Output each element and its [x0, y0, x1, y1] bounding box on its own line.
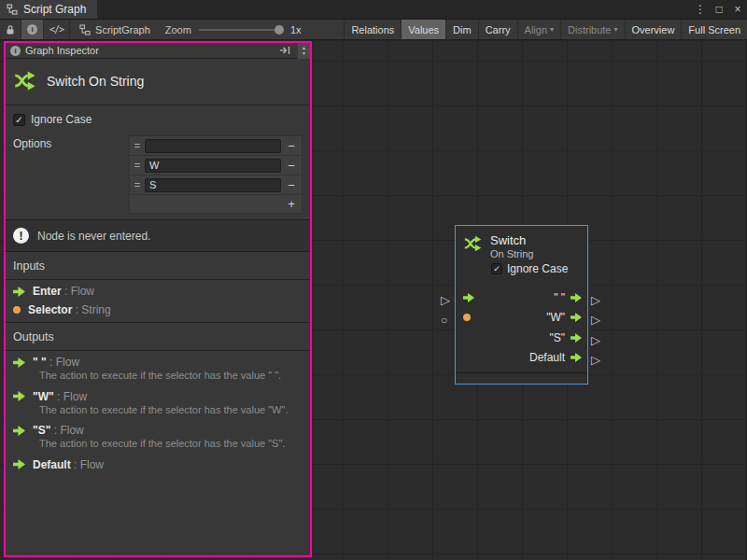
- distribute-label: Distribute: [568, 24, 611, 35]
- port-type: : Flow: [47, 356, 79, 369]
- panel-scroll-buttons[interactable]: ▲ ▼: [298, 43, 310, 59]
- dim-button[interactable]: Dim: [445, 20, 478, 39]
- output-port-connector-w[interactable]: ▷: [591, 314, 600, 326]
- window-menu-icon[interactable]: ⋮: [691, 0, 710, 19]
- unity-script-graph-window: { "titlebar": { "tab": "Script Graph" },…: [0, 0, 747, 560]
- output-port-w[interactable]: "W": [546, 311, 582, 324]
- window-maximize-icon[interactable]: □: [710, 0, 728, 19]
- remove-option-button[interactable]: −: [281, 139, 302, 153]
- carry-button[interactable]: Carry: [478, 20, 517, 39]
- node-subtitle: On String: [490, 248, 533, 259]
- zoom-slider[interactable]: [199, 29, 283, 31]
- output-port-default[interactable]: Default: [529, 351, 582, 364]
- chevron-down-icon: ▾: [550, 25, 554, 34]
- inspector-toggle-button[interactable]: i: [21, 20, 44, 39]
- output-port-connector-space[interactable]: ▷: [591, 294, 600, 306]
- flow-arrow-icon: [571, 293, 582, 302]
- drag-handle-icon[interactable]: =: [130, 140, 145, 151]
- edit-script-button[interactable]: </>: [44, 20, 70, 39]
- window-close-icon[interactable]: ×: [728, 0, 747, 19]
- node-header: Switch On String: [456, 226, 587, 259]
- dock-arrow-icon: [279, 46, 290, 55]
- graph-canvas[interactable]: ▷ ○ ▷ ▷ ▷ ▷ Switch On String ✓ Ignore Ca…: [0, 41, 747, 560]
- toolbar-button-group: Relations Values Dim Carry Align ▾ Distr…: [344, 20, 747, 39]
- remove-option-button[interactable]: −: [281, 178, 302, 192]
- port-name: Enter: [33, 285, 62, 298]
- option-input-2[interactable]: [145, 178, 281, 192]
- option-input-1[interactable]: [145, 159, 281, 173]
- output-item-default: Default : Flow: [6, 454, 310, 472]
- relations-button[interactable]: Relations: [344, 20, 401, 39]
- output-port-connector-default[interactable]: ▷: [591, 354, 600, 366]
- warning-banner: ! Node is never entered.: [6, 219, 310, 252]
- port-row: " ": [456, 287, 587, 308]
- port-type: : String: [72, 303, 110, 316]
- remove-option-button[interactable]: −: [281, 159, 302, 173]
- graph-breadcrumb[interactable]: ScriptGraph: [79, 24, 150, 35]
- chevron-down-icon: ▾: [614, 25, 618, 34]
- graph-toolbar: i </> ScriptGraph Zoom 1x Relations Valu…: [0, 20, 747, 40]
- port-row: "S": [456, 328, 587, 348]
- output-port-connector-s[interactable]: ▷: [591, 334, 600, 346]
- info-icon: i: [10, 46, 21, 56]
- ignore-case-checkbox[interactable]: ✓: [13, 114, 25, 126]
- option-input-0[interactable]: [145, 139, 281, 153]
- add-option-button[interactable]: +: [281, 197, 302, 211]
- ignore-case-label: Ignore Case: [31, 113, 92, 126]
- zoom-label: Zoom: [165, 24, 191, 35]
- options-footer: +: [130, 195, 302, 213]
- flow-arrow-icon: [571, 353, 582, 362]
- inspector-empty-space: [6, 472, 310, 555]
- string-port-icon: [463, 314, 471, 321]
- node-ports: " " "W" "S": [456, 287, 587, 368]
- drag-handle-icon[interactable]: =: [130, 179, 145, 190]
- graph-name-label: ScriptGraph: [95, 24, 150, 35]
- script-graph-icon: [7, 4, 18, 15]
- lock-button[interactable]: [0, 20, 21, 39]
- titlebar-spacer: [97, 0, 691, 19]
- ignore-case-row: ✓ Ignore Case: [13, 113, 303, 126]
- output-port-space[interactable]: " ": [554, 291, 582, 304]
- input-selector-port-connector[interactable]: ○: [441, 315, 447, 326]
- output-item-s: "S" : Flow The action to execute if the …: [6, 419, 310, 454]
- output-item-space: " " : Flow The action to execute if the …: [6, 351, 310, 385]
- node-footer: [456, 372, 587, 384]
- drag-handle-icon[interactable]: =: [130, 160, 145, 171]
- tab-script-graph[interactable]: Script Graph: [0, 0, 97, 19]
- output-port-s[interactable]: "S": [549, 331, 582, 344]
- scroll-down-icon[interactable]: ▼: [302, 50, 306, 56]
- switch-icon: [13, 68, 38, 93]
- option-row: = −: [130, 136, 302, 156]
- options-label: Options: [13, 135, 51, 150]
- inspector-node-title-row: Switch On String: [6, 59, 310, 105]
- port-name: Default: [33, 458, 71, 471]
- option-row: = −: [130, 156, 302, 175]
- inspector-properties: ✓ Ignore Case Options = − = −: [6, 105, 310, 219]
- overview-button[interactable]: Overview: [625, 20, 682, 39]
- fullscreen-button[interactable]: Full Screen: [681, 20, 747, 39]
- port-name: " ": [33, 356, 47, 369]
- node-ignore-case-label: Ignore Case: [507, 262, 568, 275]
- input-item-selector: Selector : String: [6, 299, 310, 317]
- input-flow-port-connector[interactable]: ▷: [441, 294, 450, 306]
- zoom-value: 1x: [290, 24, 302, 35]
- info-icon: i: [27, 24, 37, 35]
- distribute-dropdown[interactable]: Distribute ▾: [560, 20, 624, 39]
- port-description: The action to execute if the selector ha…: [39, 438, 303, 450]
- flow-input-port[interactable]: [463, 293, 474, 302]
- dock-panel-button[interactable]: [276, 46, 293, 55]
- flow-arrow-icon: [571, 333, 582, 343]
- zoom-slider-thumb[interactable]: [275, 25, 284, 35]
- option-row: = −: [130, 175, 302, 195]
- inspector-header: i Graph Inspector ▲ ▼: [6, 43, 310, 59]
- align-dropdown[interactable]: Align ▾: [517, 20, 560, 39]
- node-ignore-case-checkbox[interactable]: ✓: [491, 263, 502, 274]
- port-name: "S": [33, 424, 50, 437]
- graph-inspector-panel: i Graph Inspector ▲ ▼ Switch On String: [4, 41, 312, 557]
- port-label: "S": [549, 331, 565, 344]
- values-button[interactable]: Values: [401, 20, 445, 39]
- node-ignore-case-row: ✓ Ignore Case: [491, 262, 587, 275]
- switch-on-string-node[interactable]: Switch On String ✓ Ignore Case " ": [455, 225, 588, 385]
- flow-arrow-icon: [13, 287, 25, 297]
- selector-input-port[interactable]: [463, 314, 471, 321]
